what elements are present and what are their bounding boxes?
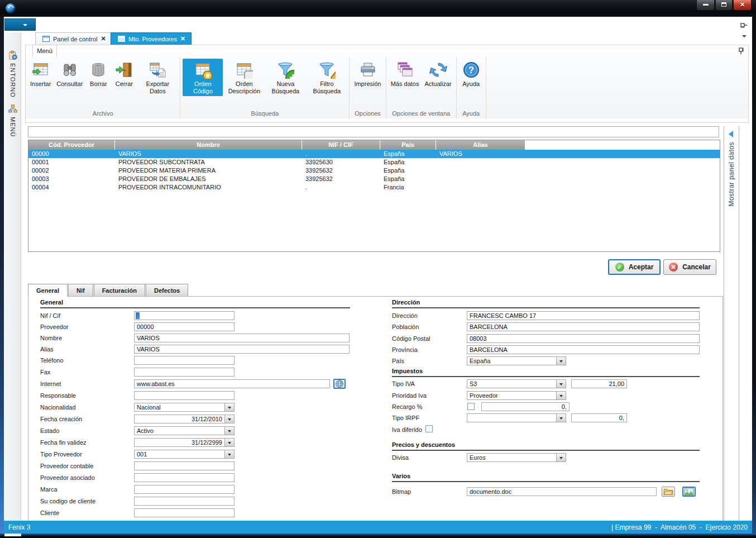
recargo-checkbox[interactable] <box>467 403 475 410</box>
maximize-button[interactable] <box>715 0 733 11</box>
view-image-button[interactable] <box>682 487 696 497</box>
chevron-down-icon <box>23 24 27 28</box>
table-row[interactable]: 00002 PROVEEDOR MATERIA PRIMERA 33925632… <box>28 166 720 175</box>
dropdown-arrow-icon[interactable] <box>224 427 234 435</box>
x-circle-icon: ✕ <box>669 263 678 272</box>
recargo-input[interactable] <box>481 402 570 411</box>
column-header-nombre[interactable]: Nombre <box>115 140 302 150</box>
dropdown-arrow-icon[interactable] <box>556 414 566 422</box>
divisa-select[interactable]: Euros <box>467 453 566 462</box>
ribbon-tab-menu[interactable]: Menú <box>32 45 57 57</box>
sidebar-item-entorno[interactable]: ENTORNO <box>4 50 21 98</box>
su-codigo-cliente-input[interactable] <box>134 497 235 506</box>
fecha-creacion-select[interactable]: 31/12/2010 <box>134 415 235 423</box>
column-header-cod-proveedor[interactable]: Cód. Proveedor <box>28 140 115 150</box>
consultar-button[interactable]: Consultar <box>54 59 85 89</box>
orden-codigo-button[interactable]: Orden Código <box>183 59 223 96</box>
tab-nif[interactable]: Nif <box>68 284 93 297</box>
table-row[interactable]: 00001 PROVEEDOR SUBCONTRATA 33925630 Esp… <box>28 158 720 166</box>
sidebar-item-menu[interactable]: MENÚ <box>4 104 21 137</box>
column-header-nif-cif[interactable]: NIF / CIF <box>302 140 380 150</box>
borrar-button[interactable]: Borrar <box>86 59 111 89</box>
show-data-panel-label: Mostrar panel datos <box>728 142 735 207</box>
nueva-busqueda-button[interactable]: Nueva Búsqueda <box>265 59 305 96</box>
ribbon-group-ayuda: Ayuda Ayuda <box>457 57 486 118</box>
tipo-irpf-pct-input[interactable] <box>571 413 627 422</box>
ayuda-button[interactable]: Ayuda <box>459 59 484 89</box>
pais-select[interactable]: España <box>467 356 566 365</box>
iva-diferido-checkbox[interactable] <box>425 425 433 432</box>
window-tab-icon <box>42 36 50 42</box>
bitmap-input[interactable] <box>467 487 657 496</box>
fax-input[interactable] <box>134 368 235 377</box>
insertar-button[interactable]: Insertar <box>28 59 53 89</box>
group-label: Opciones de ventana <box>389 109 454 118</box>
tipo-proveedor-select[interactable]: 001 <box>134 450 235 459</box>
proveedor-contable-input[interactable] <box>134 461 235 470</box>
dropdown-arrow-icon[interactable] <box>556 454 566 461</box>
dropdown-arrow-icon[interactable] <box>224 403 234 411</box>
pin-icon[interactable] <box>740 21 748 29</box>
tab-panel-de-control[interactable]: Panel de control ✕ <box>35 32 112 45</box>
table-row[interactable]: 00003 PROVEEDOR DE EMBALAJES 33925632 Es… <box>28 175 720 183</box>
impresion-button[interactable]: Impresión <box>352 59 383 89</box>
dropdown-arrow-icon[interactable] <box>224 439 234 446</box>
close-button[interactable]: ✕ <box>733 0 752 11</box>
dropdown-arrow-icon[interactable] <box>556 380 566 388</box>
nombre-input[interactable] <box>134 334 350 342</box>
tab-mto-proveedores[interactable]: Mto. Proveedores ✕ <box>111 32 192 45</box>
codigo-postal-input[interactable] <box>467 334 700 343</box>
ribbon-pin-icon[interactable] <box>737 47 745 55</box>
close-tab-icon[interactable]: ✕ <box>101 35 106 42</box>
group-label: Opciones <box>352 109 383 118</box>
tab-general[interactable]: General <box>28 284 68 297</box>
tipo-iva-select[interactable]: S3 <box>467 379 566 388</box>
actualizar-button[interactable]: Actualizar <box>422 59 453 89</box>
nif-cif-input[interactable]: . <box>134 311 235 320</box>
show-data-panel-toggle[interactable]: Mostrar panel datos <box>724 126 739 532</box>
marca-input[interactable] <box>134 485 235 494</box>
dropdown-arrow-icon[interactable] <box>224 415 234 423</box>
section-precios: Precios y descuentos <box>392 441 455 448</box>
nacionalidad-select[interactable]: Nacional <box>134 403 235 412</box>
mas-datos-button[interactable]: Más datos <box>389 59 422 89</box>
minimize-button[interactable] <box>696 0 715 11</box>
table-row[interactable]: 00000 VARIOS . España VARIOS <box>28 150 720 158</box>
cerrar-button[interactable]: Cerrar <box>112 59 136 89</box>
direccion-input[interactable] <box>467 311 700 320</box>
dropdown-arrow-icon[interactable] <box>556 357 566 365</box>
tab-defectos[interactable]: Defectos <box>146 284 188 297</box>
close-tab-icon[interactable]: ✕ <box>180 35 185 42</box>
prioridad-iva-select[interactable]: Proveedor <box>467 391 566 400</box>
table-row[interactable]: 00004 PROVEEDOR INTRACOMUNITARIO . Franc… <box>28 183 720 192</box>
provincia-input[interactable] <box>467 345 700 354</box>
app-menu-button[interactable] <box>4 18 36 31</box>
tab-facturacion[interactable]: Facturación <box>94 284 145 297</box>
dropdown-arrow-icon[interactable] <box>224 450 234 458</box>
open-url-button[interactable] <box>333 379 346 389</box>
estado-select[interactable]: Activo <box>134 426 235 435</box>
section-varios: Varios <box>392 473 410 479</box>
poblacion-input[interactable] <box>467 322 700 331</box>
proveedor-asociado-input[interactable] <box>134 473 235 482</box>
tipo-irpf-select[interactable] <box>467 413 566 422</box>
dropdown-arrow-icon[interactable] <box>556 392 566 399</box>
exportar-datos-button[interactable]: Exportar Datos <box>137 59 178 96</box>
fecha-fin-validez-select[interactable]: 31/12/2999 <box>134 438 235 447</box>
responsable-input[interactable] <box>134 391 235 400</box>
alias-input[interactable] <box>134 345 350 354</box>
browse-file-button[interactable] <box>662 487 675 497</box>
printer-icon <box>359 61 377 79</box>
proveedor-input[interactable] <box>134 322 235 331</box>
column-header-alias[interactable]: Alias <box>436 140 525 150</box>
column-header-pais[interactable]: País <box>380 140 436 150</box>
tipo-iva-pct-input[interactable] <box>571 379 627 388</box>
search-input[interactable] <box>28 126 719 137</box>
filtro-busqueda-button[interactable]: Filtro Búsqueda <box>307 59 347 96</box>
cancelar-button[interactable]: ✕ Cancelar <box>663 259 716 275</box>
internet-input[interactable] <box>134 379 330 388</box>
orden-descripcion-button[interactable]: Orden Descripción <box>224 59 264 96</box>
cliente-input[interactable] <box>134 508 235 517</box>
aceptar-button[interactable]: ✓ Aceptar <box>608 259 661 275</box>
telefono-input[interactable] <box>134 356 235 365</box>
